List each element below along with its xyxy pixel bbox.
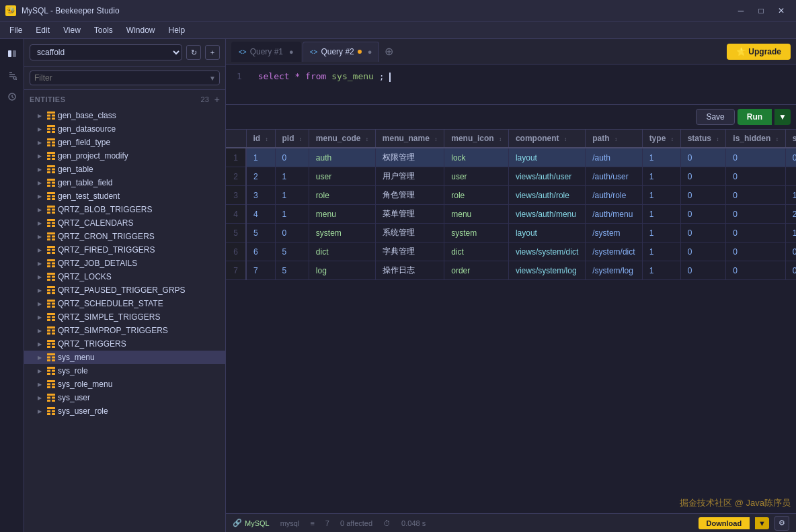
col-status[interactable]: status ↕ <box>680 130 726 148</box>
add-entity-button[interactable]: + <box>214 94 220 105</box>
entity-item[interactable]: ▶ sys_role_menu <box>24 378 225 391</box>
results-table: id ↕ pid ↕ menu_code ↕ menu_name ↕ menu_… <box>226 130 796 280</box>
save-button[interactable]: Save <box>696 109 734 125</box>
entity-item[interactable]: ▶ gen_base_class <box>24 109 225 122</box>
minimize-button[interactable]: ─ <box>731 4 750 17</box>
entity-item[interactable]: ▶ QRTZ_BLOB_TRIGGERS <box>24 203 225 216</box>
menu-view[interactable]: View <box>56 24 87 36</box>
entity-item[interactable]: ▶ QRTZ_PAUSED_TRIGGER_GRPS <box>24 283 225 297</box>
svg-rect-30 <box>47 179 55 181</box>
refresh-button[interactable]: ↻ <box>186 45 201 60</box>
settings-button[interactable]: ⚙ <box>774 516 789 531</box>
new-tab-button[interactable]: ⊕ <box>381 42 397 60</box>
svg-rect-62 <box>52 263 55 265</box>
entity-table-icon <box>47 246 55 254</box>
entity-item[interactable]: ▶ sys_user_role <box>24 404 225 418</box>
maximize-button[interactable]: □ <box>752 4 770 17</box>
entity-arrow: ▶ <box>38 341 44 347</box>
entity-table-icon <box>47 232 55 240</box>
new-connection-button[interactable]: + <box>205 45 220 60</box>
entity-name: sys_menu <box>58 353 95 362</box>
tab-1-close[interactable]: ● <box>286 48 294 56</box>
entity-table-icon <box>47 125 55 133</box>
col-path[interactable]: path ↕ <box>586 130 642 148</box>
entity-item[interactable]: ▶ QRTZ_SIMPLE_TRIGGERS <box>24 310 225 324</box>
menu-edit[interactable]: Edit <box>29 24 56 36</box>
entity-item[interactable]: ▶ QRTZ_JOB_DETAILS <box>24 257 225 270</box>
svg-rect-8 <box>47 118 50 120</box>
entity-arrow: ▶ <box>38 395 44 401</box>
query-icon[interactable] <box>3 66 22 85</box>
close-button[interactable]: ✕ <box>772 4 791 17</box>
history-icon[interactable] <box>3 87 22 106</box>
entity-item[interactable]: ▶ QRTZ_CALENDARS <box>24 216 225 230</box>
entity-item[interactable]: ▶ sys_menu <box>24 351 225 364</box>
col-menu-name[interactable]: menu_name ↕ <box>375 130 444 148</box>
svg-rect-64 <box>52 265 55 267</box>
entity-table-icon <box>47 367 55 375</box>
entity-item[interactable]: ▶ QRTZ_TRIGGERS <box>24 337 225 351</box>
col-pid[interactable]: pid ↕ <box>275 130 309 148</box>
menu-tools[interactable]: Tools <box>87 24 120 36</box>
tab-query-1[interactable]: <> Query #1 ● <box>231 42 301 62</box>
col-menu-code[interactable]: menu_code ↕ <box>309 130 375 148</box>
table-row[interactable]: 4 4 1 menu 菜单管理 menu views/auth/menu /au… <box>226 205 796 224</box>
entity-item[interactable]: ▶ QRTZ_SCHEDULER_STATE <box>24 297 225 310</box>
cell-component: layout <box>508 148 585 167</box>
connection-select[interactable]: scaffold <box>30 44 182 60</box>
table-row[interactable]: 1 1 0 auth 权限管理 lock layout /auth 1 0 0 … <box>226 148 796 167</box>
menu-window[interactable]: Window <box>120 24 162 36</box>
filter-input[interactable] <box>30 71 220 85</box>
entity-item[interactable]: ▶ sys_role <box>24 364 225 378</box>
col-type[interactable]: type ↕ <box>642 130 680 148</box>
cell-is-hidden: 0 <box>726 224 785 242</box>
svg-rect-80 <box>47 313 55 315</box>
entity-item[interactable]: ▶ sys_user <box>24 391 225 404</box>
col-sor[interactable]: sor <box>785 130 796 148</box>
entity-item[interactable]: ▶ QRTZ_FIRED_TRIGGERS <box>24 243 225 257</box>
table-row[interactable]: 2 2 1 user 用户管理 user views/auth/user /au… <box>226 167 796 186</box>
col-is-hidden[interactable]: is_hidden ↕ <box>726 130 785 148</box>
filter-row: ▼ <box>24 66 225 90</box>
svg-rect-93 <box>47 346 50 348</box>
entity-item[interactable]: ▶ gen_datasource <box>24 122 225 136</box>
run-button[interactable]: Run <box>738 109 772 125</box>
menu-help[interactable]: Help <box>162 24 192 36</box>
table-row[interactable]: 7 7 5 log 操作日志 order views/system/log /s… <box>226 261 796 280</box>
upgrade-button[interactable]: ⭐ Upgrade <box>727 44 791 60</box>
entity-item[interactable]: ▶ QRTZ_LOCKS <box>24 270 225 283</box>
col-component[interactable]: component ↕ <box>508 130 585 148</box>
sidebar-toggle-icon[interactable] <box>3 44 22 63</box>
table-row[interactable]: 5 5 0 system 系统管理 system layout /system … <box>226 224 796 242</box>
tab-2-dot <box>358 50 362 54</box>
entity-table-icon <box>47 394 55 402</box>
entity-table-icon <box>47 206 55 214</box>
table-row[interactable]: 3 3 1 role 角色管理 role views/auth/role /au… <box>226 186 796 205</box>
tab-1-label: Query #1 <box>250 47 283 56</box>
entity-arrow: ▶ <box>38 261 44 267</box>
code-editor[interactable]: 1 select * from sys_menu ; <box>226 64 796 105</box>
tab-query-2[interactable]: <> Query #2 ● <box>303 42 380 62</box>
entity-item[interactable]: ▶ QRTZ_CRON_TRIGGERS <box>24 230 225 243</box>
cell-id: 5 <box>246 224 275 242</box>
menu-file[interactable]: File <box>3 24 29 36</box>
entity-item[interactable]: ▶ gen_project_modify <box>24 149 225 163</box>
entity-item[interactable]: ▶ gen_field_type <box>24 136 225 149</box>
download-button[interactable]: Download <box>699 517 750 529</box>
download-dropdown-button[interactable]: ▼ <box>755 517 769 529</box>
entity-item[interactable]: ▶ gen_table_field <box>24 176 225 189</box>
col-menu-icon[interactable]: menu_icon ↕ <box>444 130 509 148</box>
col-id[interactable]: id ↕ <box>246 130 275 148</box>
col-rownum[interactable] <box>226 130 246 148</box>
entity-name: QRTZ_SIMPLE_TRIGGERS <box>58 312 160 322</box>
run-dropdown-button[interactable]: ▼ <box>774 109 791 125</box>
svg-rect-88 <box>47 332 50 335</box>
entity-item[interactable]: ▶ QRTZ_SIMPROP_TRIGGERS <box>24 324 225 337</box>
cell-status: 0 <box>680 148 726 167</box>
table-row[interactable]: 6 6 5 dict 字典管理 dict views/system/dict /… <box>226 242 796 261</box>
entity-item[interactable]: ▶ gen_test_student <box>24 189 225 203</box>
entity-item[interactable]: ▶ gen_table <box>24 163 225 176</box>
svg-rect-108 <box>47 386 50 388</box>
results-table-container[interactable]: id ↕ pid ↕ menu_code ↕ menu_name ↕ menu_… <box>226 130 796 513</box>
tab-2-close[interactable]: ● <box>365 48 372 56</box>
